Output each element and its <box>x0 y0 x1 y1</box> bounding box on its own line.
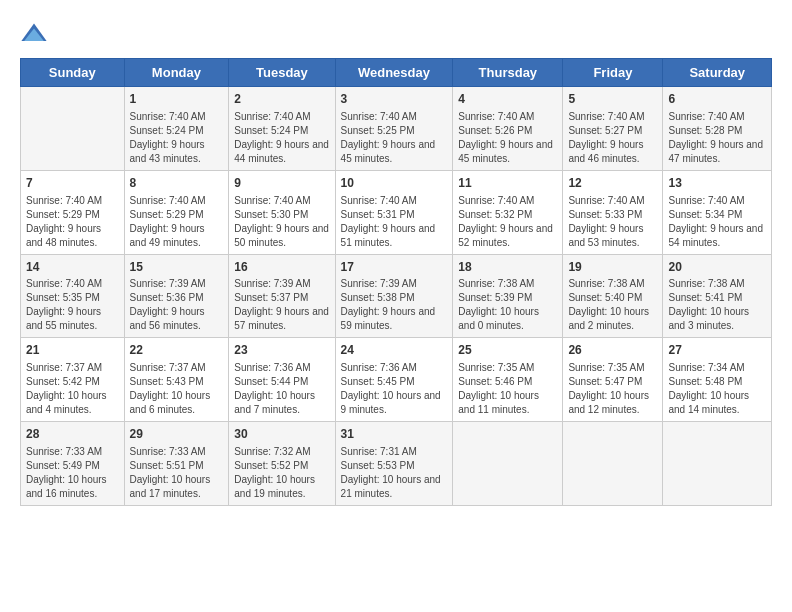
day-info: Sunrise: 7:40 AM Sunset: 5:24 PM Dayligh… <box>234 110 329 166</box>
weekday-header-saturday: Saturday <box>663 59 772 87</box>
day-number: 15 <box>130 259 224 276</box>
day-info: Sunrise: 7:37 AM Sunset: 5:42 PM Dayligh… <box>26 361 119 417</box>
calendar-cell: 1Sunrise: 7:40 AM Sunset: 5:24 PM Daylig… <box>124 87 229 171</box>
calendar-cell: 12Sunrise: 7:40 AM Sunset: 5:33 PM Dayli… <box>563 170 663 254</box>
calendar-cell: 19Sunrise: 7:38 AM Sunset: 5:40 PM Dayli… <box>563 254 663 338</box>
day-info: Sunrise: 7:38 AM Sunset: 5:39 PM Dayligh… <box>458 277 557 333</box>
calendar-cell: 10Sunrise: 7:40 AM Sunset: 5:31 PM Dayli… <box>335 170 453 254</box>
calendar-cell: 7Sunrise: 7:40 AM Sunset: 5:29 PM Daylig… <box>21 170 125 254</box>
day-info: Sunrise: 7:40 AM Sunset: 5:33 PM Dayligh… <box>568 194 657 250</box>
weekday-header-sunday: Sunday <box>21 59 125 87</box>
day-info: Sunrise: 7:38 AM Sunset: 5:40 PM Dayligh… <box>568 277 657 333</box>
day-number: 13 <box>668 175 766 192</box>
day-info: Sunrise: 7:40 AM Sunset: 5:26 PM Dayligh… <box>458 110 557 166</box>
day-number: 16 <box>234 259 329 276</box>
calendar-cell: 5Sunrise: 7:40 AM Sunset: 5:27 PM Daylig… <box>563 87 663 171</box>
calendar-table: SundayMondayTuesdayWednesdayThursdayFrid… <box>20 58 772 506</box>
calendar-cell: 16Sunrise: 7:39 AM Sunset: 5:37 PM Dayli… <box>229 254 335 338</box>
day-number: 18 <box>458 259 557 276</box>
day-info: Sunrise: 7:40 AM Sunset: 5:29 PM Dayligh… <box>130 194 224 250</box>
day-number: 20 <box>668 259 766 276</box>
day-number: 5 <box>568 91 657 108</box>
weekday-header-wednesday: Wednesday <box>335 59 453 87</box>
day-info: Sunrise: 7:38 AM Sunset: 5:41 PM Dayligh… <box>668 277 766 333</box>
calendar-cell <box>453 422 563 506</box>
weekday-header-tuesday: Tuesday <box>229 59 335 87</box>
day-info: Sunrise: 7:40 AM Sunset: 5:27 PM Dayligh… <box>568 110 657 166</box>
calendar-cell: 25Sunrise: 7:35 AM Sunset: 5:46 PM Dayli… <box>453 338 563 422</box>
calendar-cell: 24Sunrise: 7:36 AM Sunset: 5:45 PM Dayli… <box>335 338 453 422</box>
day-number: 24 <box>341 342 448 359</box>
calendar-cell: 23Sunrise: 7:36 AM Sunset: 5:44 PM Dayli… <box>229 338 335 422</box>
calendar-cell: 20Sunrise: 7:38 AM Sunset: 5:41 PM Dayli… <box>663 254 772 338</box>
calendar-cell: 22Sunrise: 7:37 AM Sunset: 5:43 PM Dayli… <box>124 338 229 422</box>
calendar-cell <box>21 87 125 171</box>
calendar-cell: 9Sunrise: 7:40 AM Sunset: 5:30 PM Daylig… <box>229 170 335 254</box>
day-info: Sunrise: 7:34 AM Sunset: 5:48 PM Dayligh… <box>668 361 766 417</box>
day-info: Sunrise: 7:40 AM Sunset: 5:28 PM Dayligh… <box>668 110 766 166</box>
day-info: Sunrise: 7:37 AM Sunset: 5:43 PM Dayligh… <box>130 361 224 417</box>
weekday-header-row: SundayMondayTuesdayWednesdayThursdayFrid… <box>21 59 772 87</box>
logo <box>20 20 52 48</box>
calendar-cell: 14Sunrise: 7:40 AM Sunset: 5:35 PM Dayli… <box>21 254 125 338</box>
weekday-header-friday: Friday <box>563 59 663 87</box>
day-info: Sunrise: 7:33 AM Sunset: 5:49 PM Dayligh… <box>26 445 119 501</box>
day-number: 6 <box>668 91 766 108</box>
weekday-header-monday: Monday <box>124 59 229 87</box>
day-number: 22 <box>130 342 224 359</box>
day-number: 12 <box>568 175 657 192</box>
day-number: 26 <box>568 342 657 359</box>
week-row-2: 7Sunrise: 7:40 AM Sunset: 5:29 PM Daylig… <box>21 170 772 254</box>
day-info: Sunrise: 7:36 AM Sunset: 5:45 PM Dayligh… <box>341 361 448 417</box>
week-row-1: 1Sunrise: 7:40 AM Sunset: 5:24 PM Daylig… <box>21 87 772 171</box>
day-info: Sunrise: 7:40 AM Sunset: 5:29 PM Dayligh… <box>26 194 119 250</box>
week-row-4: 21Sunrise: 7:37 AM Sunset: 5:42 PM Dayli… <box>21 338 772 422</box>
day-number: 3 <box>341 91 448 108</box>
day-number: 30 <box>234 426 329 443</box>
day-number: 7 <box>26 175 119 192</box>
day-info: Sunrise: 7:39 AM Sunset: 5:36 PM Dayligh… <box>130 277 224 333</box>
calendar-cell: 3Sunrise: 7:40 AM Sunset: 5:25 PM Daylig… <box>335 87 453 171</box>
day-number: 31 <box>341 426 448 443</box>
calendar-cell: 30Sunrise: 7:32 AM Sunset: 5:52 PM Dayli… <box>229 422 335 506</box>
calendar-cell: 2Sunrise: 7:40 AM Sunset: 5:24 PM Daylig… <box>229 87 335 171</box>
calendar-cell: 31Sunrise: 7:31 AM Sunset: 5:53 PM Dayli… <box>335 422 453 506</box>
day-number: 14 <box>26 259 119 276</box>
calendar-cell: 17Sunrise: 7:39 AM Sunset: 5:38 PM Dayli… <box>335 254 453 338</box>
calendar-cell: 26Sunrise: 7:35 AM Sunset: 5:47 PM Dayli… <box>563 338 663 422</box>
calendar-cell: 21Sunrise: 7:37 AM Sunset: 5:42 PM Dayli… <box>21 338 125 422</box>
day-number: 25 <box>458 342 557 359</box>
day-info: Sunrise: 7:40 AM Sunset: 5:31 PM Dayligh… <box>341 194 448 250</box>
day-info: Sunrise: 7:40 AM Sunset: 5:34 PM Dayligh… <box>668 194 766 250</box>
week-row-3: 14Sunrise: 7:40 AM Sunset: 5:35 PM Dayli… <box>21 254 772 338</box>
day-info: Sunrise: 7:40 AM Sunset: 5:30 PM Dayligh… <box>234 194 329 250</box>
calendar-cell <box>663 422 772 506</box>
day-info: Sunrise: 7:35 AM Sunset: 5:47 PM Dayligh… <box>568 361 657 417</box>
day-number: 1 <box>130 91 224 108</box>
day-number: 28 <box>26 426 119 443</box>
calendar-cell: 27Sunrise: 7:34 AM Sunset: 5:48 PM Dayli… <box>663 338 772 422</box>
day-number: 27 <box>668 342 766 359</box>
day-number: 9 <box>234 175 329 192</box>
day-info: Sunrise: 7:36 AM Sunset: 5:44 PM Dayligh… <box>234 361 329 417</box>
calendar-cell: 28Sunrise: 7:33 AM Sunset: 5:49 PM Dayli… <box>21 422 125 506</box>
day-info: Sunrise: 7:31 AM Sunset: 5:53 PM Dayligh… <box>341 445 448 501</box>
logo-icon <box>20 20 48 48</box>
calendar-cell: 11Sunrise: 7:40 AM Sunset: 5:32 PM Dayli… <box>453 170 563 254</box>
day-number: 21 <box>26 342 119 359</box>
calendar-cell: 15Sunrise: 7:39 AM Sunset: 5:36 PM Dayli… <box>124 254 229 338</box>
day-info: Sunrise: 7:33 AM Sunset: 5:51 PM Dayligh… <box>130 445 224 501</box>
calendar-cell: 4Sunrise: 7:40 AM Sunset: 5:26 PM Daylig… <box>453 87 563 171</box>
page-header <box>20 20 772 48</box>
day-number: 17 <box>341 259 448 276</box>
calendar-cell: 8Sunrise: 7:40 AM Sunset: 5:29 PM Daylig… <box>124 170 229 254</box>
day-number: 8 <box>130 175 224 192</box>
day-info: Sunrise: 7:40 AM Sunset: 5:35 PM Dayligh… <box>26 277 119 333</box>
calendar-cell <box>563 422 663 506</box>
day-info: Sunrise: 7:40 AM Sunset: 5:32 PM Dayligh… <box>458 194 557 250</box>
day-number: 19 <box>568 259 657 276</box>
day-number: 4 <box>458 91 557 108</box>
day-number: 11 <box>458 175 557 192</box>
day-info: Sunrise: 7:40 AM Sunset: 5:25 PM Dayligh… <box>341 110 448 166</box>
calendar-cell: 6Sunrise: 7:40 AM Sunset: 5:28 PM Daylig… <box>663 87 772 171</box>
